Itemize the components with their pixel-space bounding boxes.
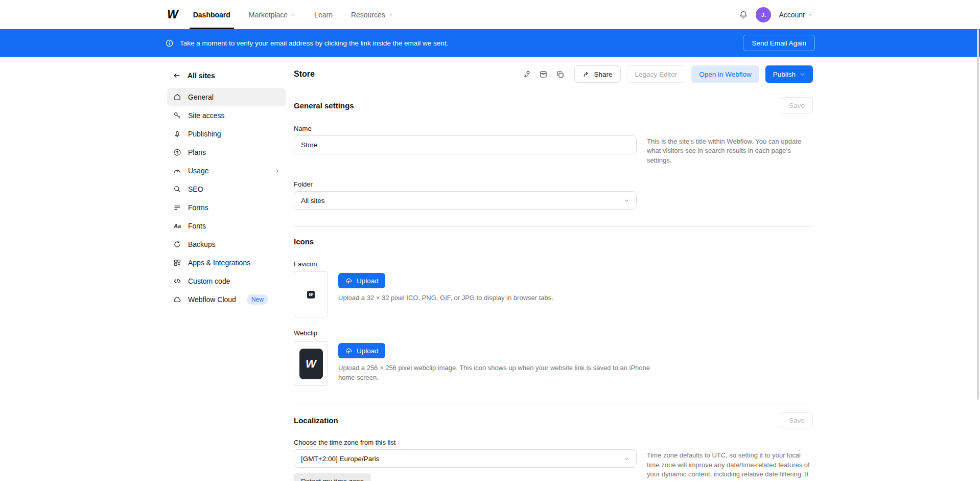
avatar[interactable]: J.	[756, 7, 771, 22]
share-arrow-icon	[582, 71, 590, 78]
legacy-editor-button[interactable]: Legacy Editor	[627, 65, 686, 83]
apps-grid-icon	[173, 259, 181, 267]
home-icon	[173, 93, 181, 101]
section-divider	[294, 226, 813, 227]
account-label: Account	[779, 11, 805, 19]
sidebar-item-label: Site access	[188, 111, 225, 120]
search-icon	[173, 185, 181, 193]
code-icon	[173, 277, 181, 285]
localization-title: Localization	[294, 416, 338, 425]
open-in-webflow-label: Open in Webflow	[699, 71, 752, 78]
webclip-label: Webclip	[294, 329, 813, 337]
favicon-mark: W	[307, 291, 315, 299]
gauge-icon	[173, 167, 181, 175]
notifications-bell-icon[interactable]	[739, 10, 748, 19]
form-lines-icon	[173, 203, 181, 212]
favicon-preview: W	[294, 271, 328, 317]
name-help-text: This is the site's title within Webflow.…	[647, 135, 813, 165]
folder-select[interactable]: All sites	[294, 191, 637, 210]
nav-tab-learn[interactable]: Learn	[314, 0, 333, 29]
favicon-upload-label: Upload	[357, 277, 379, 285]
sidebar-item-fonts[interactable]: Aa Fonts	[167, 217, 286, 235]
nav-tab-learn-label: Learn	[314, 11, 333, 19]
section-divider	[294, 404, 813, 404]
sidebar-item-label: Custom code	[188, 277, 230, 285]
webclip-upload-button[interactable]: Upload	[338, 343, 385, 358]
favicon-upload-button[interactable]: Upload	[338, 273, 385, 288]
page-scrollbar[interactable]	[977, 29, 979, 400]
sidebar-item-label: Backups	[188, 240, 216, 248]
send-email-again-button[interactable]: Send Email Again	[743, 35, 815, 51]
nav-tab-resources[interactable]: Resources	[351, 0, 393, 29]
sidebar-item-backups[interactable]: Backups	[167, 235, 286, 254]
share-label: Share	[594, 71, 613, 78]
general-settings-title: General settings	[294, 101, 354, 110]
upload-cloud-icon	[345, 277, 353, 285]
sidebar-item-label: General	[188, 93, 214, 101]
back-arrow-icon	[173, 72, 181, 80]
banner-message: Take a moment to verify your email addre…	[180, 39, 448, 47]
sidebar-item-seo[interactable]: SEO	[167, 180, 286, 198]
webclip-upload-label: Upload	[357, 347, 379, 355]
sidebar-item-webflow-cloud[interactable]: Webflow Cloud New	[167, 290, 286, 309]
timezone-label: Choose the time zone from this list	[294, 439, 813, 446]
key-icon	[173, 111, 181, 120]
sidebar-item-publishing[interactable]: Publishing	[167, 125, 286, 143]
favicon-label: Favicon	[294, 260, 813, 268]
sidebar-item-usage[interactable]: Usage	[167, 162, 286, 180]
chevron-down-icon	[291, 12, 296, 17]
verify-email-banner: Take a moment to verify your email addre…	[0, 29, 980, 57]
archive-icon[interactable]	[539, 70, 548, 79]
chevron-down-icon	[388, 12, 393, 17]
settings-main: Store Share	[294, 65, 813, 481]
sidebar-item-plans[interactable]: Plans	[167, 143, 286, 162]
sidebar-item-label: Forms	[188, 203, 208, 212]
upgrade-circle-icon	[173, 148, 181, 156]
general-save-button[interactable]: Save	[781, 97, 813, 113]
rocket-icon	[173, 130, 181, 138]
top-nav: W Dashboard Marketplace Learn Resources …	[0, 0, 980, 29]
webclip-help-text: Upload a 256 × 256 pixel webclip image. …	[338, 363, 656, 383]
info-icon	[165, 39, 174, 48]
transfer-site-icon[interactable]	[522, 70, 531, 79]
legacy-editor-label: Legacy Editor	[635, 71, 678, 78]
site-name-input[interactable]	[294, 135, 637, 154]
timezone-select-value: [GMT+2:00] Europe/Paris	[301, 455, 379, 463]
favicon-help-text: Upload a 32 × 32 pixel ICO, PNG, GIF, or…	[338, 293, 553, 303]
localization-header: Localization Save	[294, 412, 813, 428]
fonts-aa-icon: Aa	[173, 223, 181, 229]
sidebar-item-label: Publishing	[188, 130, 221, 138]
timezone-select[interactable]: [GMT+2:00] Europe/Paris	[294, 449, 637, 468]
sidebar-item-label: Apps & Integrations	[188, 259, 250, 267]
nav-tab-marketplace-label: Marketplace	[249, 11, 288, 19]
account-menu[interactable]: Account	[779, 11, 813, 19]
sidebar-item-label: Fonts	[188, 222, 206, 230]
webclip-mark: W	[299, 349, 323, 379]
new-badge: New	[247, 294, 268, 305]
sidebar-item-site-access[interactable]: Site access	[167, 106, 286, 125]
chevron-down-icon	[800, 72, 805, 77]
back-to-all-sites[interactable]: All sites	[167, 71, 294, 81]
nav-tab-dashboard[interactable]: Dashboard	[193, 0, 230, 29]
publish-button[interactable]: Publish	[765, 65, 813, 83]
detect-timezone-button[interactable]: Detect my time zone	[294, 473, 371, 481]
upload-cloud-icon	[345, 347, 353, 355]
nav-tab-resources-label: Resources	[351, 11, 385, 19]
nav-tab-dashboard-label: Dashboard	[193, 11, 230, 19]
duplicate-icon[interactable]	[556, 70, 565, 79]
chevron-down-icon	[808, 12, 813, 17]
sidebar-item-apps-integrations[interactable]: Apps & Integrations	[167, 254, 286, 272]
page-header: Store Share	[294, 65, 813, 83]
folder-field-label: Folder	[294, 180, 813, 188]
share-button[interactable]: Share	[574, 65, 621, 83]
open-in-webflow-button[interactable]: Open in Webflow	[691, 65, 759, 83]
icons-section-title: Icons	[294, 237, 314, 246]
nav-tab-marketplace[interactable]: Marketplace	[249, 0, 296, 29]
localization-save-button[interactable]: Save	[781, 412, 813, 428]
general-settings-header: General settings Save	[294, 97, 813, 113]
sidebar-item-custom-code[interactable]: Custom code	[167, 272, 286, 290]
sidebar-item-label: Plans	[188, 148, 206, 156]
sidebar-item-forms[interactable]: Forms	[167, 198, 286, 217]
webflow-logo[interactable]: W	[167, 8, 178, 21]
sidebar-item-general[interactable]: General	[167, 88, 286, 106]
